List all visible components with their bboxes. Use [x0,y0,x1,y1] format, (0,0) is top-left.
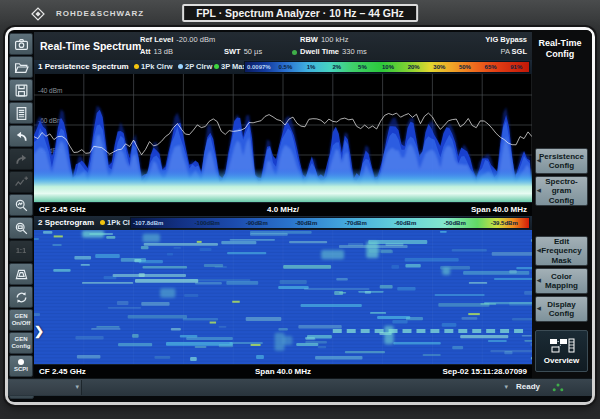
spectrogram-display[interactable]: ❯ [34,230,532,364]
message-dropdown-icon: ▾ [75,383,79,391]
spectrogram-footer: CF 2.45 GHz Span 40.0 MHz Sep-02 15:11:2… [34,364,532,378]
persistence-color-scale[interactable]: 0.0097%0.5%1%2%5%10%20%30%50%65%91% [244,61,530,73]
persistence-footer: CF 2.45 GHz 4.0 MHz/ Span 40.0 MHz [34,202,532,216]
brand-text: ROHDE&SCHWARZ [56,9,144,18]
trace-color-dot [214,64,219,69]
persistence-plot: -40 dBm-60 dBm-80 dBm-100 dBm [34,74,532,202]
add-measurement-button[interactable] [9,171,33,193]
status-message-box[interactable]: ▾ [10,380,82,395]
persistence-window: 1 Persistence Spectrum 1Pk Clrw 2P Clrw … [34,60,532,216]
scpi-label: SCPI [14,366,28,373]
redo-button[interactable] [9,148,33,170]
gen-onoff-label: GEN On/Off [12,313,31,326]
zoom-1to1-button[interactable]: 1:1 [9,240,33,262]
scale-label: 65% [478,64,504,70]
scale-label: 5% [350,64,376,70]
floppy-disk-icon [14,83,29,98]
frame-mask-icon [14,267,29,282]
scale-label: 0.5% [273,64,299,70]
save-button[interactable] [9,79,33,101]
measurement-area: Real-Time Spectrum Ref Level-20.00 dBm R… [34,32,532,378]
rohde-schwarz-logo [28,6,48,22]
undo-arrow-icon [14,129,29,144]
softkey-display-config[interactable]: ◀ Display Config [535,296,588,322]
undo-button[interactable] [9,125,33,147]
softkey-menu-title: Real-Time Config [532,38,588,61]
spectrogram-color-scale[interactable]: -107.8dBm-100dBm-90dBm-80dBm-70dBm-60dBm… [130,217,530,229]
persistence-display[interactable]: -40 dBm-60 dBm-80 dBm-100 dBm [34,74,532,202]
att-field[interactable]: Att13 dB [140,47,173,57]
persistence-window-title: 1 Persistence Spectrum [38,62,129,71]
persistence-span[interactable]: Span 40.0 MHz [471,205,527,214]
dwell-time-field[interactable]: Dwell Time330 ms [292,47,367,57]
overview-label: Overview [544,356,580,365]
swt-field[interactable]: SWT50 µs [224,47,262,57]
persistence-titlebar: 1 Persistence Spectrum 1Pk Clrw 2P Clrw … [34,60,532,74]
softkey-arrow-icon: ◀ [537,158,541,164]
scale-label: -100dBm [183,220,233,226]
record-dot-icon [18,359,24,365]
trace-3p[interactable]: 3P Max [214,62,247,71]
scpi-button[interactable]: SCPI [9,355,33,377]
gen-config-button[interactable]: GEN Config [9,332,33,354]
softkey-color-mapping[interactable]: ◀ Color Mapping [535,268,588,294]
left-toolbar: 1:1 GEN On/Off GEN Config SCPI ◀ [9,33,34,399]
trace-color-dot [100,220,105,225]
scale-label: -70dBm [331,220,381,226]
open-file-button[interactable] [9,56,33,78]
scale-label: -39.5dBm [480,220,530,226]
softkey-edit-frequency-mask[interactable]: ◀ Edit Frequency Mask [535,236,588,266]
lan-status-icon [552,383,564,392]
scale-label: -60dBm [381,220,431,226]
zoom-selection-button[interactable] [9,217,33,239]
trace-1pk[interactable]: 1Pk Clrw [134,62,173,71]
frequency-mask-button[interactable] [9,263,33,285]
document-icon [14,106,29,121]
scale-label: 20% [401,64,427,70]
status-ready-label: Ready [516,382,540,391]
status-dropdown-icon[interactable]: ▾ [504,383,508,391]
refresh-button[interactable] [9,286,33,308]
magnifier-rect-icon [14,221,29,236]
trace-2p[interactable]: 2P Clrw [178,62,212,71]
refresh-icon [14,290,29,305]
softkey-arrow-icon: ◀ [537,306,541,312]
softkey-spectrogram-config[interactable]: ◀ Spectro- gram Config [535,176,588,206]
magnifier-graph-icon [14,198,29,213]
persistence-per-div: 4.0 MHz/ [34,205,532,214]
overview-diagram-icon [549,338,575,354]
ref-level-field[interactable]: Ref Level-20.00 dBm [140,35,215,45]
softkey-arrow-icon: ◀ [537,188,541,194]
scale-label: 10% [375,64,401,70]
screenshot-button[interactable] [9,33,33,55]
trace-color-dot [134,64,139,69]
softkey-persistence-config[interactable]: ◀ Persistence Config [535,148,588,174]
softkey-arrow-icon: ◀ [537,278,541,284]
gen-config-label: GEN Config [12,336,31,349]
spectrogram-plot [34,230,532,364]
scale-label: 30% [426,64,452,70]
overview-button[interactable]: Overview [535,330,588,372]
gen-onoff-button[interactable]: GEN On/Off [9,309,33,331]
scale-label: 2% [324,64,350,70]
scale-label: -90dBm [232,220,282,226]
spectrogram-window-title: 2 Spectrogram [38,218,94,227]
screen: 1:1 GEN On/Off GEN Config SCPI ◀ [8,30,592,402]
pa-field[interactable]: PA SGL [497,47,527,57]
screen-frame: 1:1 GEN On/Off GEN Config SCPI ◀ [5,27,595,405]
scale-label: 50% [452,64,478,70]
scale-label: -80dBm [282,220,332,226]
channel-header: Real-Time Spectrum Ref Level-20.00 dBm R… [34,32,532,60]
scale-label: -50dBm [430,220,480,226]
channel-title: Real-Time Spectrum [40,32,141,60]
top-bezel: ROHDE&SCHWARZ FPL · Spectrum Analyzer · … [0,0,600,27]
softkey-arrow-icon: ◀ [537,248,541,254]
dwell-enabled-indicator [292,50,297,55]
spectrogram-titlebar: 2 Spectrogram 1Pk Clrw -107.8dBm-100dBm-… [34,216,532,230]
yig-bypass-field[interactable]: YIG Bypass [485,35,527,45]
report-button[interactable] [9,102,33,124]
zoom-button[interactable] [9,194,33,216]
trace-color-dot [178,64,183,69]
rbw-field[interactable]: RBW100 kHz [300,35,348,45]
waveform-plus-icon [14,175,29,190]
